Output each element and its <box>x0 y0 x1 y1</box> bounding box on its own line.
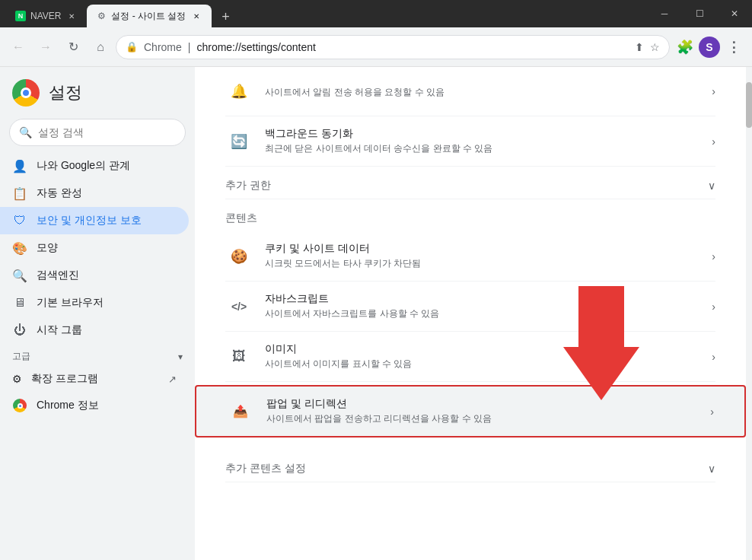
chrome-info-icon <box>12 398 27 413</box>
tab-settings-close[interactable]: ✕ <box>190 10 202 22</box>
sidebar-item-appearance[interactable]: 🎨 모양 <box>0 234 189 262</box>
background-sync-title: 백그라운드 동기화 <box>265 127 712 141</box>
cookie-text: 쿠키 및 사이트 데이터 시크릿 모드에서는 타사 쿠키가 차단됨 <box>265 242 712 270</box>
search-input[interactable] <box>38 126 176 138</box>
maximize-icon: ☐ <box>696 8 704 19</box>
additional-permissions-header[interactable]: 추가 권한 ∨ <box>225 167 715 199</box>
extensions-link-icon: ↗ <box>168 374 177 385</box>
tab-bar: N NAVER ✕ ⚙ 설정 - 사이트 설정 ✕ + <box>0 0 752 27</box>
notification-arrow-icon: › <box>712 85 715 97</box>
sidebar-item-extensions[interactable]: ⚙ 확장 프로그램 ↗ <box>0 366 189 392</box>
scrollbar-thumb[interactable] <box>746 82 752 128</box>
tab-naver-close[interactable]: ✕ <box>65 10 78 22</box>
address-content: Chrome | chrome://settings/content <box>144 41 629 53</box>
navbar-right-icons: 🧩 S ⋮ <box>673 35 746 59</box>
sidebar: 설정 🔍 👤 나와 Google의 관계 📋 자동 완성 🛡 보안 및 개인정보… <box>0 67 195 560</box>
advanced-label: 고급 <box>12 350 30 363</box>
background-sync-text: 백그라운드 동기화 최근에 닫은 사이트에서 데이터 송수신을 완료할 수 있음 <box>265 127 712 155</box>
forward-button[interactable]: → <box>33 35 58 59</box>
images-title: 이미지 <box>265 342 712 356</box>
star-icon[interactable]: ☆ <box>650 41 660 53</box>
contents-label-text: 콘텐츠 <box>225 212 257 224</box>
tab-naver[interactable]: N NAVER ✕ <box>6 5 87 27</box>
address-bar[interactable]: 🔒 Chrome | chrome://settings/content ⬆ ☆ <box>116 35 670 59</box>
sidebar-item-google-account-label: 나와 Google의 관계 <box>37 159 130 173</box>
search-engine-icon: 🔍 <box>12 268 27 283</box>
cookie-arrow-icon: › <box>712 250 715 262</box>
person-icon: 👤 <box>12 158 27 173</box>
profile-initial: S <box>706 41 712 53</box>
sidebar-item-autofill-label: 자동 완성 <box>37 186 82 200</box>
sidebar-item-search[interactable]: 🔍 검색엔진 <box>0 262 189 289</box>
forward-icon: → <box>40 40 52 54</box>
tab-settings[interactable]: ⚙ 설정 - 사이트 설정 ✕ <box>87 5 212 27</box>
sidebar-item-privacy-label: 보안 및 개인정보 보호 <box>37 214 142 228</box>
background-sync-arrow-icon: › <box>712 135 715 148</box>
additional-permissions-chevron-icon: ∨ <box>708 180 715 192</box>
popup-text: 팝업 및 리디렉션 사이트에서 팝업을 전송하고 리디렉션을 사용할 수 있음 <box>266 397 710 425</box>
contents-section-label: 콘텐츠 <box>225 199 715 231</box>
settings-search-bar[interactable]: 🔍 <box>9 119 186 146</box>
search-icon: 🔍 <box>19 126 32 138</box>
sidebar-item-search-label: 검색엔진 <box>37 269 79 282</box>
back-icon: ← <box>12 40 24 54</box>
extensions-icon: 🧩 <box>677 39 693 56</box>
minimize-button[interactable]: ─ <box>647 0 682 27</box>
monitor-icon: 🖥 <box>12 295 27 310</box>
sidebar-item-privacy[interactable]: 🛡 보안 및 개인정보 보호 <box>0 207 189 234</box>
sidebar-item-browser-label: 기본 브라우저 <box>37 296 104 310</box>
maximize-button[interactable]: ☐ <box>682 0 717 27</box>
extensions-sidebar-icon: ⚙ <box>12 373 22 385</box>
content-area: 🔔 사이트에서 알림 전송 허용을 요청할 수 있음 › 🔄 백그라운드 동기화… <box>195 67 746 560</box>
back-button[interactable]: ← <box>6 35 30 59</box>
titlebar: N NAVER ✕ ⚙ 설정 - 사이트 설정 ✕ + ─ ☐ ✕ <box>0 0 752 27</box>
additional-content-label: 추가 콘텐츠 설정 <box>225 462 306 476</box>
additional-permissions-label: 추가 권한 <box>225 179 271 192</box>
refresh-button[interactable]: ↻ <box>61 35 85 59</box>
share-icon[interactable]: ⬆ <box>635 41 644 53</box>
javascript-row[interactable]: </> 자바스크립트 사이트에서 자바스크립트를 사용할 수 있음 › <box>225 282 715 332</box>
scrollbar[interactable] <box>746 67 752 560</box>
settings-title: 설정 <box>49 81 82 104</box>
images-text: 이미지 사이트에서 이미지를 표시할 수 있음 <box>265 342 712 371</box>
additional-content-header[interactable]: 추가 콘텐츠 설정 ∨ <box>225 450 715 482</box>
content-inner: 🔔 사이트에서 알림 전송 허용을 요청할 수 있음 › 🔄 백그라운드 동기화… <box>195 67 746 482</box>
address-separator: | <box>188 41 191 53</box>
cookie-icon: 🍪 <box>225 243 253 270</box>
notification-row[interactable]: 🔔 사이트에서 알림 전송 허용을 요청할 수 있음 › <box>225 67 715 116</box>
chrome-logo-inner <box>21 88 31 98</box>
extensions-button[interactable]: 🧩 <box>673 35 697 59</box>
palette-icon: 🎨 <box>12 240 27 256</box>
popup-row[interactable]: 📤 팝업 및 리디렉션 사이트에서 팝업을 전송하고 리디렉션을 사용할 수 있… <box>195 385 746 438</box>
advanced-arrow-icon: ▾ <box>178 352 183 362</box>
sidebar-item-browser[interactable]: 🖥 기본 브라우저 <box>0 289 189 317</box>
popup-desc: 사이트에서 팝업을 전송하고 리디렉션을 사용할 수 있음 <box>266 412 710 425</box>
notification-desc: 사이트에서 알림 전송 허용을 요청할 수 있음 <box>265 86 712 99</box>
profile-avatar[interactable]: S <box>699 37 720 58</box>
chrome-logo-icon <box>12 79 40 107</box>
navbar: ← → ↻ ⌂ 🔒 Chrome | chrome://settings/con… <box>0 27 752 67</box>
tab-naver-label: NAVER <box>30 11 61 21</box>
new-tab-button[interactable]: + <box>215 6 236 27</box>
images-desc: 사이트에서 이미지를 표시할 수 있음 <box>265 358 712 371</box>
sidebar-item-google-account[interactable]: 👤 나와 Google의 관계 <box>0 152 189 180</box>
sidebar-item-autofill[interactable]: 📋 자동 완성 <box>0 180 189 207</box>
menu-button[interactable]: ⋮ <box>722 35 746 59</box>
images-row[interactable]: 🖼 이미지 사이트에서 이미지를 표시할 수 있음 › <box>225 332 715 382</box>
shield-icon: 🛡 <box>12 213 27 228</box>
javascript-title: 자바스크립트 <box>265 292 712 306</box>
sidebar-advanced-section[interactable]: 고급 ▾ <box>0 344 195 366</box>
home-button[interactable]: ⌂ <box>88 35 113 59</box>
popup-arrow-icon: › <box>710 406 714 418</box>
address-url: chrome://settings/content <box>196 41 315 53</box>
sidebar-item-startup[interactable]: ⏻ 시작 그룹 <box>0 317 189 344</box>
close-button[interactable]: ✕ <box>717 0 752 27</box>
lock-icon: 🔒 <box>126 41 138 52</box>
cookie-row[interactable]: 🍪 쿠키 및 사이트 데이터 시크릿 모드에서는 타사 쿠키가 차단됨 › <box>225 231 715 282</box>
sidebar-item-extensions-label: 확장 프로그램 <box>31 372 98 386</box>
sidebar-item-chrome-info[interactable]: Chrome 정보 <box>0 392 189 419</box>
background-sync-row[interactable]: 🔄 백그라운드 동기화 최근에 닫은 사이트에서 데이터 송수신을 완료할 수 … <box>225 116 715 167</box>
power-icon: ⏻ <box>12 323 27 338</box>
sidebar-item-startup-label: 시작 그룹 <box>37 323 82 337</box>
popup-icon: 📤 <box>227 398 254 425</box>
